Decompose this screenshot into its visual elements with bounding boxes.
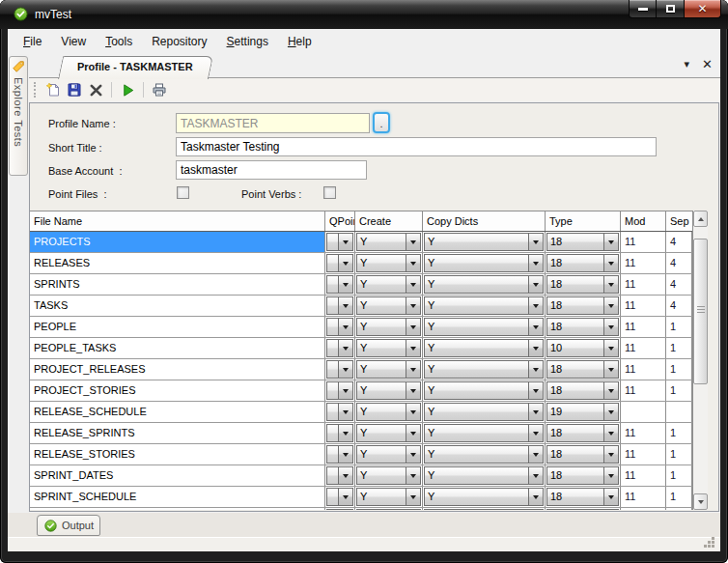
mod-cell[interactable]: 11 xyxy=(621,296,666,316)
title-bar[interactable]: mvTest ✕ xyxy=(0,0,728,29)
mod-cell[interactable]: 11 xyxy=(621,380,666,401)
dropdown-arrow-icon[interactable] xyxy=(406,404,420,420)
type-combo[interactable]: 18 xyxy=(546,466,619,485)
dropdown-arrow-icon[interactable] xyxy=(603,425,618,441)
dropdown-arrow-icon[interactable] xyxy=(406,255,420,271)
dropdown-arrow-icon[interactable] xyxy=(338,425,352,441)
menu-repository[interactable]: Repository xyxy=(142,31,216,52)
sep-cell[interactable]: 4 xyxy=(666,274,692,295)
file-name-cell[interactable]: RELEASE_SCHEDULE xyxy=(30,402,325,422)
scroll-down-button[interactable] xyxy=(693,493,708,510)
delete-button[interactable] xyxy=(86,80,105,99)
table-row[interactable]: RELEASE_SPRINTSYY18111 xyxy=(30,423,692,444)
table-row[interactable]: SPRINT_DATESYY18111 xyxy=(30,465,692,487)
dropdown-arrow-icon[interactable] xyxy=(528,467,543,484)
copy-dicts-combo[interactable] xyxy=(424,509,544,510)
dropdown-arrow-icon[interactable] xyxy=(603,404,618,420)
dropdown-arrow-icon[interactable] xyxy=(528,255,543,271)
sep-cell[interactable]: 4 xyxy=(666,253,692,273)
table-row[interactable]: RELEASE_SCHEDULEYY19 xyxy=(30,402,692,423)
dropdown-arrow-icon[interactable] xyxy=(338,382,352,399)
dropdown-arrow-icon[interactable] xyxy=(603,467,618,484)
mod-cell[interactable]: 11 xyxy=(621,444,666,464)
mod-cell[interactable] xyxy=(621,508,666,510)
short-title-input[interactable] xyxy=(176,137,657,156)
minimize-button[interactable] xyxy=(629,0,657,18)
dropdown-arrow-icon[interactable] xyxy=(603,340,618,356)
dropdown-arrow-icon[interactable] xyxy=(338,361,352,378)
toolbar-grip[interactable] xyxy=(34,82,37,98)
mod-cell[interactable]: 11 xyxy=(621,423,666,443)
grid-header-cell[interactable]: Create xyxy=(355,211,423,231)
base-account-input[interactable] xyxy=(176,160,367,180)
menu-help[interactable]: Help xyxy=(278,31,322,52)
tab-profile-taskmaster[interactable]: Profile - TASKMASTER xyxy=(58,56,209,79)
qpointer-combo[interactable] xyxy=(326,424,353,442)
qpointer-combo[interactable] xyxy=(326,488,353,506)
browse-button[interactable]: . xyxy=(373,112,390,133)
file-name-cell[interactable]: RELEASE_STORIES xyxy=(30,444,325,464)
file-name-cell[interactable]: SPRINT_SCHEDULE xyxy=(30,487,325,507)
dropdown-arrow-icon[interactable] xyxy=(603,319,618,335)
dropdown-arrow-icon[interactable] xyxy=(528,489,543,505)
qpointer-combo[interactable] xyxy=(326,509,353,510)
create-combo[interactable]: Y xyxy=(356,254,421,272)
dropdown-arrow-icon[interactable] xyxy=(528,340,543,356)
file-name-cell[interactable] xyxy=(30,508,325,510)
type-combo[interactable]: 19 xyxy=(546,403,619,421)
dropdown-arrow-icon[interactable] xyxy=(338,467,352,484)
dropdown-arrow-icon[interactable] xyxy=(338,319,352,335)
dropdown-arrow-icon[interactable] xyxy=(528,382,543,399)
qpointer-combo[interactable] xyxy=(326,403,353,421)
resize-grip-icon[interactable] xyxy=(712,545,714,548)
dropdown-arrow-icon[interactable] xyxy=(406,340,420,356)
mod-cell[interactable]: 11 xyxy=(621,465,666,486)
type-combo[interactable]: 18 xyxy=(546,445,619,464)
create-combo[interactable]: Y xyxy=(356,403,421,421)
table-row[interactable]: PROJECT_RELEASESYY18111 xyxy=(30,359,692,380)
dropdown-arrow-icon[interactable] xyxy=(338,255,352,271)
profile-name-input[interactable] xyxy=(176,113,370,133)
vertical-scrollbar[interactable] xyxy=(693,211,708,510)
dropdown-arrow-icon[interactable] xyxy=(603,361,618,378)
new-document-button[interactable] xyxy=(43,80,63,99)
dropdown-arrow-icon[interactable] xyxy=(338,446,352,463)
copy-dicts-combo[interactable]: Y xyxy=(424,424,544,442)
grid-header-cell[interactable]: QPoir xyxy=(325,211,355,231)
copy-dicts-combo[interactable]: Y xyxy=(424,296,544,315)
qpointer-combo[interactable] xyxy=(326,381,353,400)
table-row[interactable]: SPRINTSYY18114 xyxy=(30,274,692,296)
create-combo[interactable]: Y xyxy=(356,360,421,379)
create-combo[interactable]: Y xyxy=(356,296,421,315)
print-button[interactable] xyxy=(150,80,169,99)
qpointer-combo[interactable] xyxy=(326,233,353,251)
table-row[interactable]: PEOPLEYY18111 xyxy=(30,317,692,338)
copy-dicts-combo[interactable]: Y xyxy=(424,381,544,400)
table-row[interactable]: PROJECTSYY18114 xyxy=(30,232,692,253)
dropdown-arrow-icon[interactable] xyxy=(406,425,420,441)
grid-header-cell[interactable]: File Name xyxy=(30,211,325,231)
copy-dicts-combo[interactable]: Y xyxy=(424,233,544,251)
sep-cell[interactable]: 1 xyxy=(666,317,692,337)
menu-tools[interactable]: Tools xyxy=(96,31,142,52)
output-tab[interactable]: Output xyxy=(37,515,100,536)
qpointer-combo[interactable] xyxy=(326,254,353,272)
copy-dicts-combo[interactable]: Y xyxy=(424,445,544,464)
dropdown-arrow-icon[interactable] xyxy=(528,404,543,420)
dropdown-arrow-icon[interactable] xyxy=(528,234,543,250)
mod-cell[interactable]: 11 xyxy=(621,487,666,507)
create-combo[interactable]: Y xyxy=(356,339,421,357)
create-combo[interactable]: Y xyxy=(356,381,421,400)
qpointer-combo[interactable] xyxy=(326,296,353,315)
create-combo[interactable]: Y xyxy=(356,445,421,464)
sep-cell[interactable]: 1 xyxy=(666,380,692,401)
copy-dicts-combo[interactable]: Y xyxy=(424,360,544,379)
menu-settings[interactable]: Settings xyxy=(217,31,278,52)
copy-dicts-combo[interactable]: Y xyxy=(424,403,544,421)
tab-close-icon[interactable]: ✕ xyxy=(702,57,713,71)
file-name-cell[interactable]: SPRINTS xyxy=(30,274,325,295)
qpointer-combo[interactable] xyxy=(326,275,353,294)
type-combo[interactable]: 18 xyxy=(546,381,619,400)
dropdown-arrow-icon[interactable] xyxy=(603,234,618,250)
file-name-cell[interactable]: RELEASE_SPRINTS xyxy=(30,423,325,443)
